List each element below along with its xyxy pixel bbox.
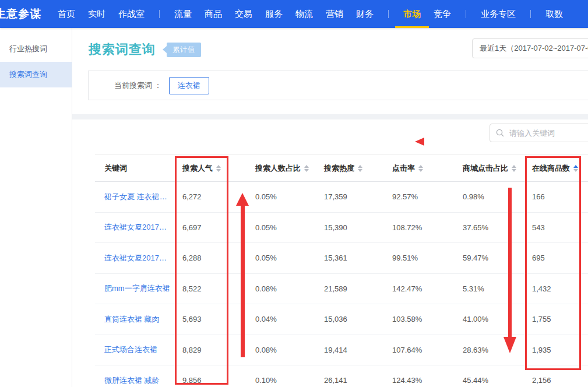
- cell-mall-click-ratio: 37.65%: [453, 223, 523, 232]
- nav-item-finance[interactable]: 财务: [356, 0, 374, 28]
- page-title-row: 搜索词查询 累计值: [89, 41, 201, 58]
- col-header-search-heat[interactable]: 搜索热度: [315, 163, 383, 174]
- cell-mall-click-ratio: 28.63%: [453, 346, 523, 354]
- nav-item-data-fetch[interactable]: 取数: [545, 0, 563, 28]
- keyword-link[interactable]: 微胖连衣裙 减龄: [95, 375, 173, 386]
- top-navbar: 生意参谋 首页 实时 作战室 流量 商品 交易 服务 物流 营销 财务 市场 竞…: [0, 0, 588, 28]
- cell-searcher-ratio: 0.05%: [246, 192, 315, 201]
- cumulative-badge: 累计值: [163, 43, 201, 57]
- keyword-link[interactable]: 肥mm一字肩连衣裙: [95, 283, 173, 294]
- keyword-link[interactable]: 正式场合连衣裙: [95, 344, 173, 355]
- keyword-link[interactable]: 连衣裙女夏2017新款...: [95, 222, 173, 233]
- cell-searcher-ratio: 0.08%: [246, 346, 315, 354]
- cell-search-heat: 19,414: [315, 346, 383, 354]
- table-row: 直筒连衣裙 藏肉 5,693 0.04% 15,036 103.58% 41.0…: [95, 304, 588, 335]
- keyword-link[interactable]: 连衣裙女夏2017新款...: [95, 253, 173, 263]
- sort-icon[interactable]: [216, 165, 221, 172]
- sort-icon[interactable]: [418, 165, 423, 172]
- cell-click-rate: 92.57%: [383, 192, 453, 201]
- col-header-click-rate[interactable]: 点击率: [383, 163, 453, 174]
- nav-item-service[interactable]: 服务: [265, 0, 283, 28]
- cell-search-heat: 26,141: [315, 376, 383, 385]
- cell-search-popularity: 6,697: [173, 223, 246, 232]
- keyword-link[interactable]: 裙子女夏 连衣裙便宜5...: [95, 192, 173, 202]
- cell-search-heat: 17,359: [315, 192, 383, 201]
- cell-search-heat: 15,036: [315, 315, 383, 323]
- sort-icon[interactable]: [358, 165, 362, 172]
- nav-item-business-zone[interactable]: 业务专区: [481, 0, 516, 28]
- cell-online-products: 1,935: [523, 346, 588, 354]
- cell-search-popularity: 6,288: [173, 254, 246, 262]
- nav-item-home[interactable]: 首页: [58, 0, 75, 28]
- cell-search-popularity: 5,693: [173, 315, 246, 323]
- section-divider: [72, 114, 588, 119]
- cell-click-rate: 108.72%: [383, 223, 453, 232]
- nav-item-trade[interactable]: 交易: [235, 0, 252, 28]
- nav-item-war-room[interactable]: 作战室: [118, 0, 145, 28]
- col-header-keyword: 关键词: [95, 163, 173, 174]
- table-panel: 关键词 搜索人气 搜索人数占比 搜索热度 点击率: [72, 119, 588, 387]
- col-header-online-products[interactable]: 在线商品数: [523, 163, 588, 174]
- cell-searcher-ratio: 0.10%: [246, 376, 315, 385]
- table-row: 肥mm一字肩连衣裙 8,522 0.08% 21,589 142.47% 5.3…: [95, 274, 588, 305]
- col-header-searcher-ratio[interactable]: 搜索人数占比: [246, 163, 315, 174]
- cell-click-rate: 99.51%: [383, 254, 453, 262]
- cell-click-rate: 107.64%: [383, 346, 453, 354]
- cell-mall-click-ratio: 5.31%: [453, 284, 523, 293]
- keyword-search-input[interactable]: [508, 128, 588, 138]
- current-search-term-card: 当前搜索词 ： 连衣裙: [88, 71, 588, 100]
- cell-online-products: 1,432: [523, 284, 588, 293]
- date-range-selector[interactable]: 最近1天（2017-07-02~2017-07-02）: [472, 38, 588, 58]
- table-row: 连衣裙女夏2017新款... 6,288 0.05% 15,361 99.51%…: [95, 243, 588, 274]
- page-header: 搜索词查询 累计值 最近1天（2017-07-02~2017-07-02）: [72, 28, 588, 71]
- nav-divider: [466, 10, 466, 18]
- table-row: 裙子女夏 连衣裙便宜5... 6,272 0.05% 17,359 92.57%…: [95, 182, 588, 213]
- sort-icon[interactable]: [512, 165, 516, 172]
- table-row: 正式场合连衣裙 8,829 0.08% 19,414 107.64% 28.63…: [95, 335, 588, 366]
- col-header-search-popularity[interactable]: 搜索人气: [173, 163, 246, 174]
- cell-mall-click-ratio: 41.00%: [453, 315, 523, 323]
- cell-search-popularity: 9,856: [173, 376, 246, 385]
- table-row: 连衣裙女夏2017新款... 6,697 0.05% 15,390 108.72…: [95, 213, 588, 244]
- main-content: 搜索词查询 累计值 最近1天（2017-07-02~2017-07-02） 当前…: [72, 28, 588, 387]
- table-header-row: 关键词 搜索人气 搜索人数占比 搜索热度 点击率: [95, 155, 588, 182]
- cell-online-products: 166: [523, 192, 588, 201]
- badge-label: 累计值: [167, 43, 201, 57]
- cell-searcher-ratio: 0.05%: [246, 254, 315, 262]
- cell-search-popularity: 6,272: [173, 192, 246, 201]
- sidebar-item-search-word-query[interactable]: 搜索词查询: [0, 62, 72, 87]
- keyword-search-box[interactable]: [490, 124, 588, 142]
- col-header-mall-click-ratio[interactable]: 商城点击占比: [453, 163, 523, 174]
- nav-divider: [159, 10, 160, 18]
- app-logo[interactable]: 生意参谋: [0, 6, 41, 22]
- nav-divider: [388, 10, 389, 18]
- nav-item-products[interactable]: 商品: [205, 0, 222, 28]
- cell-online-products: 543: [523, 223, 588, 232]
- cell-searcher-ratio: 0.08%: [246, 284, 315, 293]
- cell-online-products: 2,156: [523, 376, 588, 385]
- sort-icon-active-asc[interactable]: [573, 165, 578, 172]
- cell-click-rate: 142.47%: [383, 284, 453, 293]
- current-search-term-label: 当前搜索词 ：: [114, 80, 162, 91]
- nav-item-market[interactable]: 市场: [403, 0, 421, 28]
- cell-click-rate: 124.43%: [383, 376, 453, 385]
- cell-search-popularity: 8,829: [173, 346, 246, 354]
- nav-item-competition[interactable]: 竞争: [434, 0, 451, 28]
- cell-search-heat: 15,390: [315, 223, 383, 232]
- badge-arrow-icon: [163, 46, 167, 53]
- nav-item-realtime[interactable]: 实时: [88, 0, 105, 28]
- search-term-tag[interactable]: 连衣裙: [169, 77, 209, 94]
- nav-item-traffic[interactable]: 流量: [174, 0, 192, 28]
- cell-click-rate: 103.58%: [383, 315, 453, 323]
- nav-item-marketing[interactable]: 营销: [326, 0, 343, 28]
- cell-mall-click-ratio: 59.47%: [453, 254, 523, 262]
- cell-online-products: 1,755: [523, 315, 588, 323]
- page-layout: 行业热搜词 搜索词查询 搜索词查询 累计值 最近1天（2017-07-02~20…: [0, 28, 588, 387]
- sidebar-item-industry-hot-words[interactable]: 行业热搜词: [0, 36, 72, 62]
- cell-search-heat: 15,361: [315, 254, 383, 262]
- cell-search-heat: 21,589: [315, 284, 383, 293]
- sort-icon[interactable]: [304, 165, 309, 172]
- keyword-link[interactable]: 直筒连衣裙 藏肉: [95, 314, 173, 325]
- nav-item-logistics[interactable]: 物流: [295, 0, 313, 28]
- cell-searcher-ratio: 0.05%: [246, 223, 315, 232]
